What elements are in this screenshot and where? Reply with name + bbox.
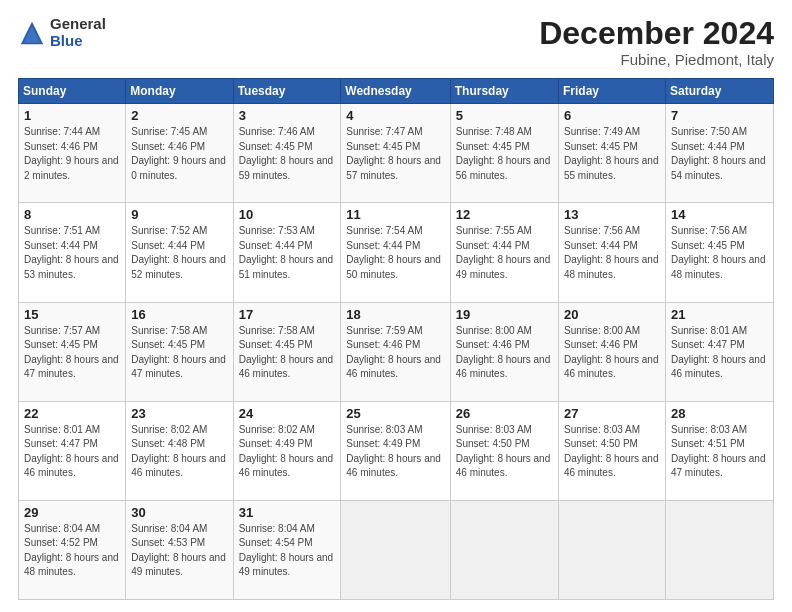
- header-cell-sunday: Sunday: [19, 79, 126, 104]
- day-number: 19: [456, 307, 553, 322]
- day-number: 31: [239, 505, 336, 520]
- day-detail: Sunrise: 7:48 AMSunset: 4:45 PMDaylight:…: [456, 126, 551, 181]
- day-number: 6: [564, 108, 660, 123]
- header-cell-tuesday: Tuesday: [233, 79, 341, 104]
- day-detail: Sunrise: 8:04 AMSunset: 4:54 PMDaylight:…: [239, 523, 334, 578]
- day-number: 21: [671, 307, 768, 322]
- day-cell: 1 Sunrise: 7:44 AMSunset: 4:46 PMDayligh…: [19, 104, 126, 203]
- day-detail: Sunrise: 8:03 AMSunset: 4:51 PMDaylight:…: [671, 424, 766, 479]
- main-title: December 2024: [539, 16, 774, 51]
- day-cell: 17 Sunrise: 7:58 AMSunset: 4:45 PMDaylig…: [233, 302, 341, 401]
- day-number: 16: [131, 307, 227, 322]
- header-cell-friday: Friday: [558, 79, 665, 104]
- header-cell-wednesday: Wednesday: [341, 79, 450, 104]
- day-cell: 3 Sunrise: 7:46 AMSunset: 4:45 PMDayligh…: [233, 104, 341, 203]
- day-number: 3: [239, 108, 336, 123]
- day-number: 8: [24, 207, 120, 222]
- day-number: 13: [564, 207, 660, 222]
- day-number: 9: [131, 207, 227, 222]
- day-cell: 28 Sunrise: 8:03 AMSunset: 4:51 PMDaylig…: [665, 401, 773, 500]
- day-cell: 21 Sunrise: 8:01 AMSunset: 4:47 PMDaylig…: [665, 302, 773, 401]
- day-number: 27: [564, 406, 660, 421]
- day-cell: 8 Sunrise: 7:51 AMSunset: 4:44 PMDayligh…: [19, 203, 126, 302]
- day-detail: Sunrise: 8:04 AMSunset: 4:52 PMDaylight:…: [24, 523, 119, 578]
- day-cell: 6 Sunrise: 7:49 AMSunset: 4:45 PMDayligh…: [558, 104, 665, 203]
- header-row: SundayMondayTuesdayWednesdayThursdayFrid…: [19, 79, 774, 104]
- day-detail: Sunrise: 7:55 AMSunset: 4:44 PMDaylight:…: [456, 225, 551, 280]
- day-detail: Sunrise: 7:54 AMSunset: 4:44 PMDaylight:…: [346, 225, 441, 280]
- logo: General Blue: [18, 16, 106, 49]
- day-cell: 24 Sunrise: 8:02 AMSunset: 4:49 PMDaylig…: [233, 401, 341, 500]
- calendar-header: SundayMondayTuesdayWednesdayThursdayFrid…: [19, 79, 774, 104]
- logo-text: General Blue: [50, 16, 106, 49]
- day-detail: Sunrise: 8:04 AMSunset: 4:53 PMDaylight:…: [131, 523, 226, 578]
- day-cell: [341, 500, 450, 599]
- day-cell: 10 Sunrise: 7:53 AMSunset: 4:44 PMDaylig…: [233, 203, 341, 302]
- header-cell-thursday: Thursday: [450, 79, 558, 104]
- calendar-body: 1 Sunrise: 7:44 AMSunset: 4:46 PMDayligh…: [19, 104, 774, 600]
- day-number: 4: [346, 108, 444, 123]
- day-number: 25: [346, 406, 444, 421]
- day-number: 26: [456, 406, 553, 421]
- day-cell: 15 Sunrise: 7:57 AMSunset: 4:45 PMDaylig…: [19, 302, 126, 401]
- day-number: 24: [239, 406, 336, 421]
- day-cell: 11 Sunrise: 7:54 AMSunset: 4:44 PMDaylig…: [341, 203, 450, 302]
- week-row-1: 1 Sunrise: 7:44 AMSunset: 4:46 PMDayligh…: [19, 104, 774, 203]
- day-cell: 25 Sunrise: 8:03 AMSunset: 4:49 PMDaylig…: [341, 401, 450, 500]
- day-number: 15: [24, 307, 120, 322]
- day-detail: Sunrise: 8:02 AMSunset: 4:48 PMDaylight:…: [131, 424, 226, 479]
- day-cell: 13 Sunrise: 7:56 AMSunset: 4:44 PMDaylig…: [558, 203, 665, 302]
- day-detail: Sunrise: 8:00 AMSunset: 4:46 PMDaylight:…: [564, 325, 659, 380]
- header: General Blue December 2024 Fubine, Piedm…: [18, 16, 774, 68]
- day-detail: Sunrise: 8:03 AMSunset: 4:49 PMDaylight:…: [346, 424, 441, 479]
- day-number: 29: [24, 505, 120, 520]
- day-number: 30: [131, 505, 227, 520]
- day-detail: Sunrise: 8:03 AMSunset: 4:50 PMDaylight:…: [564, 424, 659, 479]
- week-row-2: 8 Sunrise: 7:51 AMSunset: 4:44 PMDayligh…: [19, 203, 774, 302]
- header-cell-saturday: Saturday: [665, 79, 773, 104]
- calendar-table: SundayMondayTuesdayWednesdayThursdayFrid…: [18, 78, 774, 600]
- day-cell: 19 Sunrise: 8:00 AMSunset: 4:46 PMDaylig…: [450, 302, 558, 401]
- day-number: 1: [24, 108, 120, 123]
- day-cell: 23 Sunrise: 8:02 AMSunset: 4:48 PMDaylig…: [126, 401, 233, 500]
- logo-general: General: [50, 16, 106, 33]
- day-cell: [450, 500, 558, 599]
- day-detail: Sunrise: 7:52 AMSunset: 4:44 PMDaylight:…: [131, 225, 226, 280]
- day-cell: 7 Sunrise: 7:50 AMSunset: 4:44 PMDayligh…: [665, 104, 773, 203]
- day-cell: 14 Sunrise: 7:56 AMSunset: 4:45 PMDaylig…: [665, 203, 773, 302]
- day-cell: 16 Sunrise: 7:58 AMSunset: 4:45 PMDaylig…: [126, 302, 233, 401]
- day-cell: 2 Sunrise: 7:45 AMSunset: 4:46 PMDayligh…: [126, 104, 233, 203]
- logo-blue: Blue: [50, 33, 106, 50]
- day-cell: 4 Sunrise: 7:47 AMSunset: 4:45 PMDayligh…: [341, 104, 450, 203]
- day-cell: [558, 500, 665, 599]
- day-detail: Sunrise: 8:01 AMSunset: 4:47 PMDaylight:…: [671, 325, 766, 380]
- day-detail: Sunrise: 7:53 AMSunset: 4:44 PMDaylight:…: [239, 225, 334, 280]
- day-detail: Sunrise: 7:44 AMSunset: 4:46 PMDaylight:…: [24, 126, 119, 181]
- day-number: 28: [671, 406, 768, 421]
- day-number: 17: [239, 307, 336, 322]
- page: General Blue December 2024 Fubine, Piedm…: [0, 0, 792, 612]
- day-detail: Sunrise: 8:00 AMSunset: 4:46 PMDaylight:…: [456, 325, 551, 380]
- title-block: December 2024 Fubine, Piedmont, Italy: [539, 16, 774, 68]
- day-number: 20: [564, 307, 660, 322]
- day-number: 7: [671, 108, 768, 123]
- day-cell: 5 Sunrise: 7:48 AMSunset: 4:45 PMDayligh…: [450, 104, 558, 203]
- day-cell: 9 Sunrise: 7:52 AMSunset: 4:44 PMDayligh…: [126, 203, 233, 302]
- day-detail: Sunrise: 7:56 AMSunset: 4:44 PMDaylight:…: [564, 225, 659, 280]
- day-detail: Sunrise: 7:56 AMSunset: 4:45 PMDaylight:…: [671, 225, 766, 280]
- day-number: 14: [671, 207, 768, 222]
- day-detail: Sunrise: 7:58 AMSunset: 4:45 PMDaylight:…: [131, 325, 226, 380]
- day-detail: Sunrise: 7:59 AMSunset: 4:46 PMDaylight:…: [346, 325, 441, 380]
- day-cell: 31 Sunrise: 8:04 AMSunset: 4:54 PMDaylig…: [233, 500, 341, 599]
- day-cell: 29 Sunrise: 8:04 AMSunset: 4:52 PMDaylig…: [19, 500, 126, 599]
- subtitle: Fubine, Piedmont, Italy: [539, 51, 774, 68]
- day-cell: 20 Sunrise: 8:00 AMSunset: 4:46 PMDaylig…: [558, 302, 665, 401]
- day-cell: 12 Sunrise: 7:55 AMSunset: 4:44 PMDaylig…: [450, 203, 558, 302]
- day-number: 11: [346, 207, 444, 222]
- day-detail: Sunrise: 7:58 AMSunset: 4:45 PMDaylight:…: [239, 325, 334, 380]
- day-number: 23: [131, 406, 227, 421]
- day-detail: Sunrise: 7:50 AMSunset: 4:44 PMDaylight:…: [671, 126, 766, 181]
- day-number: 18: [346, 307, 444, 322]
- day-cell: 27 Sunrise: 8:03 AMSunset: 4:50 PMDaylig…: [558, 401, 665, 500]
- day-detail: Sunrise: 7:57 AMSunset: 4:45 PMDaylight:…: [24, 325, 119, 380]
